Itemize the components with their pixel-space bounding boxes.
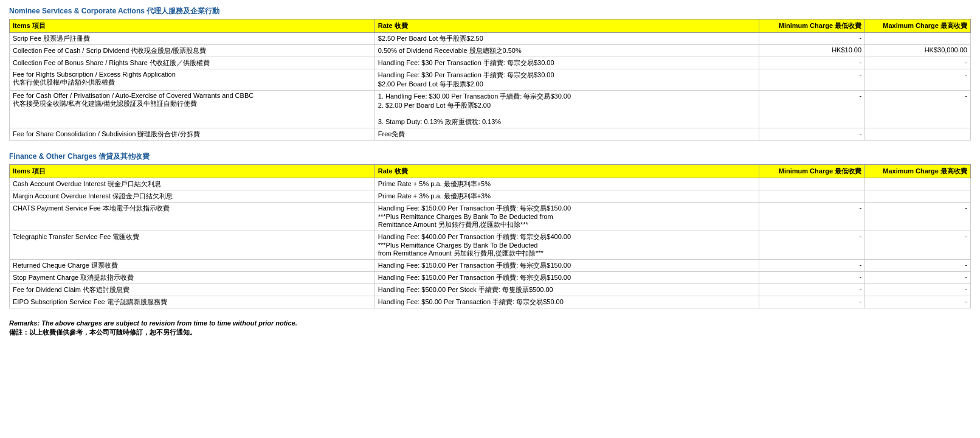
table-row: Fee for Rights Subscription / Excess Rig… xyxy=(10,69,971,91)
cell-item: EIPO Subscription Service Fee 電子認購新股服務費 xyxy=(10,296,375,308)
cell-rate: Handling Fee: $500.00 Per Stock 手續費: 每隻股… xyxy=(374,284,759,296)
section1-table: Items 項目 Rate 收費 Minimum Charge 最低收費 Max… xyxy=(9,19,971,141)
cell-min: - xyxy=(759,33,865,45)
cell-min: - xyxy=(759,296,865,308)
remarks-zh: 備註：以上收費僅供參考，本公司可隨時修訂，恕不另行通知。 xyxy=(9,328,971,337)
cell-item: Collection Fee of Cash / Scrip Dividend … xyxy=(10,45,375,57)
cell-item: Fee for Rights Subscription / Excess Rig… xyxy=(10,69,375,91)
cell-min: HK$10.00 xyxy=(759,45,865,57)
cell-max: - xyxy=(865,203,971,231)
cell-item: Cash Account Overdue Interest 現金戶口結欠利息 xyxy=(10,178,375,190)
cell-max xyxy=(865,128,971,141)
table-row: Fee for Share Consolidation / Subdivisio… xyxy=(10,128,971,141)
cell-rate: 1. Handling Fee: $30.00 Per Transaction … xyxy=(374,91,759,128)
cell-min xyxy=(759,190,865,203)
cell-rate: Handling Fee: $50.00 Per Transaction 手續費… xyxy=(374,296,759,308)
table-row: Margin Account Overdue Interest 保證金戶口結欠利… xyxy=(10,190,971,203)
cell-min xyxy=(759,178,865,190)
cell-min: - xyxy=(759,128,865,141)
cell-rate: Handling Fee: $150.00 Per Transaction 手續… xyxy=(374,203,759,231)
cell-item: Scrip Fee 股票過戶註冊費 xyxy=(10,33,375,45)
table-row: Collection Fee of Cash / Scrip Dividend … xyxy=(10,45,971,57)
cell-max: - xyxy=(865,260,971,272)
cell-rate: Handling Fee: $150.00 Per Transaction 手續… xyxy=(374,260,759,272)
remarks-section: Remarks: The above charges are subject t… xyxy=(9,319,971,337)
cell-max: - xyxy=(865,296,971,308)
cell-max xyxy=(865,190,971,203)
section1-header-rate: Rate 收費 xyxy=(374,19,759,33)
cell-item: Fee for Dividend Claim 代客追討股息費 xyxy=(10,284,375,296)
section2-header-min: Minimum Charge 最低收費 xyxy=(759,165,865,178)
cell-rate: Handling Fee: $30 Per Transaction 手續費: 每… xyxy=(374,57,759,69)
table-row: CHATS Payment Service Fee 本地電子付款指示收費Hand… xyxy=(10,203,971,231)
cell-max: - xyxy=(865,272,971,284)
section2-header-max: Maximum Charge 最高收費 xyxy=(865,165,971,178)
table-row: Fee for Cash Offer / Privatisation / Aut… xyxy=(10,91,971,128)
cell-max xyxy=(865,33,971,45)
table-row: Telegraphic Transfer Service Fee 電匯收費Han… xyxy=(10,231,971,260)
cell-rate: $2.50 Per Board Lot 每手股票$2.50 xyxy=(374,33,759,45)
table-row: Collection Fee of Bonus Share / Rights S… xyxy=(10,57,971,69)
section1-title: Nominee Services & Corporate Actions 代理人… xyxy=(9,6,971,16)
cell-rate: Prime Rate + 3% p.a. 最優惠利率+3% xyxy=(374,190,759,203)
table-row: EIPO Subscription Service Fee 電子認購新股服務費H… xyxy=(10,296,971,308)
section1-header-min: Minimum Charge 最低收費 xyxy=(759,19,865,33)
cell-min: - xyxy=(759,260,865,272)
table-row: Scrip Fee 股票過戶註冊費$2.50 Per Board Lot 每手股… xyxy=(10,33,971,45)
section2-table: Items 項目 Rate 收費 Minimum Charge 最低收費 Max… xyxy=(9,164,971,308)
cell-item: Fee for Share Consolidation / Subdivisio… xyxy=(10,128,375,141)
cell-min: - xyxy=(759,91,865,128)
cell-item: Margin Account Overdue Interest 保證金戶口結欠利… xyxy=(10,190,375,203)
cell-rate: Prime Rate + 5% p.a. 最優惠利率+5% xyxy=(374,178,759,190)
table-row: Fee for Dividend Claim 代客追討股息費Handling F… xyxy=(10,284,971,296)
section2-title: Finance & Other Charges 借貸及其他收費 xyxy=(9,151,971,162)
cell-rate: Free免費 xyxy=(374,128,759,141)
table-row: Stop Payment Charge 取消提款指示收費Handling Fee… xyxy=(10,272,971,284)
cell-max: - xyxy=(865,69,971,91)
section2-header-rate: Rate 收費 xyxy=(374,165,759,178)
cell-item: CHATS Payment Service Fee 本地電子付款指示收費 xyxy=(10,203,375,231)
section1-header-items: Items 項目 xyxy=(10,19,375,33)
cell-max xyxy=(865,178,971,190)
cell-max: - xyxy=(865,91,971,128)
cell-item: Fee for Cash Offer / Privatisation / Aut… xyxy=(10,91,375,128)
cell-min: - xyxy=(759,57,865,69)
cell-max: - xyxy=(865,231,971,260)
cell-item: Returned Cheque Charge 退票收費 xyxy=(10,260,375,272)
cell-rate: Handling Fee: $30 Per Transaction 手續費: 每… xyxy=(374,69,759,91)
cell-rate: Handling Fee: $400.00 Per Transaction 手續… xyxy=(374,231,759,260)
cell-min: - xyxy=(759,284,865,296)
cell-item: Stop Payment Charge 取消提款指示收費 xyxy=(10,272,375,284)
section2-header-items: Items 項目 xyxy=(10,165,375,178)
cell-min: - xyxy=(759,231,865,260)
cell-min: - xyxy=(759,272,865,284)
cell-rate: 0.50% of Dividend Receviable 股息總額之0.50% xyxy=(374,45,759,57)
cell-item: Telegraphic Transfer Service Fee 電匯收費 xyxy=(10,231,375,260)
cell-max: - xyxy=(865,284,971,296)
table-row: Cash Account Overdue Interest 現金戶口結欠利息Pr… xyxy=(10,178,971,190)
cell-min: - xyxy=(759,69,865,91)
cell-item: Collection Fee of Bonus Share / Rights S… xyxy=(10,57,375,69)
section1-header-max: Maximum Charge 最高收費 xyxy=(865,19,971,33)
table-row: Returned Cheque Charge 退票收費Handling Fee:… xyxy=(10,260,971,272)
cell-max: - xyxy=(865,57,971,69)
cell-min: - xyxy=(759,203,865,231)
remarks-en: Remarks: The above charges are subject t… xyxy=(9,319,971,327)
cell-max: HK$30,000.00 xyxy=(865,45,971,57)
cell-rate: Handling Fee: $150.00 Per Transaction 手續… xyxy=(374,272,759,284)
